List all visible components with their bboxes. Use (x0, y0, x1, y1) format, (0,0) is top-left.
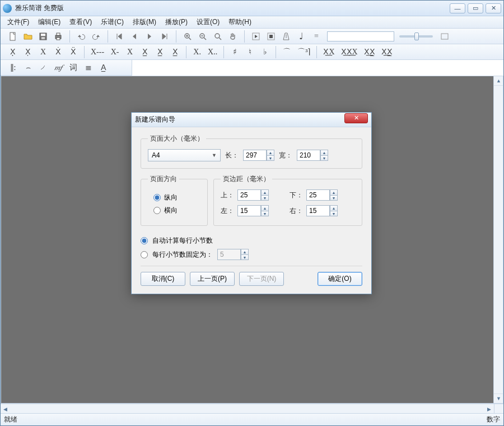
play-button[interactable] (249, 30, 263, 43)
orientation-landscape-radio[interactable]: 横向 (153, 206, 200, 215)
paper-size-select[interactable]: A4 ▼ (148, 149, 221, 161)
spin-down-icon[interactable]: ▼ (330, 195, 338, 201)
scroll-down-icon[interactable]: ▼ (494, 393, 503, 403)
stop-button[interactable] (264, 30, 278, 43)
save-file-button[interactable] (36, 30, 50, 43)
volume-button[interactable] (438, 30, 451, 43)
note-tool-5[interactable]: X--- (88, 46, 106, 58)
close-button[interactable]: ✕ (486, 3, 501, 13)
prev-page-button[interactable]: 上一页(P) (190, 272, 235, 286)
spin-down-icon[interactable]: ▼ (261, 211, 269, 216)
scroll-up-icon[interactable]: ▲ (494, 76, 503, 86)
length-input[interactable] (243, 150, 267, 161)
vertical-scrollbar[interactable]: ▲ ▼ (493, 76, 503, 403)
note-tool-11[interactable]: X. (190, 46, 204, 58)
margin-right-input[interactable] (306, 205, 330, 216)
titlebar[interactable]: 雅乐简谱 免费版 — ▭ ✕ (1, 1, 503, 16)
minimize-button[interactable]: — (450, 3, 465, 13)
spin-down-icon[interactable]: ▼ (330, 211, 338, 216)
menu-edit[interactable]: 编辑(E) (34, 16, 65, 28)
spin-up-icon[interactable]: ▲ (241, 249, 249, 254)
menu-settings[interactable]: 设置(O) (192, 16, 224, 28)
nav-next-button[interactable] (143, 30, 156, 43)
orientation-portrait-radio[interactable]: 纵向 (153, 193, 200, 202)
spin-up-icon[interactable]: ▲ (261, 189, 269, 195)
note-tool-15[interactable]: ♭ (258, 46, 272, 58)
note-tool-7[interactable]: X (123, 46, 137, 58)
undo-button[interactable] (74, 30, 88, 43)
spin-up-icon[interactable]: ▲ (261, 205, 269, 211)
margin-bottom-spinner[interactable]: ▲▼ (306, 189, 355, 201)
menu-view[interactable]: 查看(V) (65, 16, 96, 28)
note-tool-6[interactable]: X- (108, 46, 122, 58)
note-tool-3[interactable]: Ẋ (52, 46, 65, 58)
menu-file[interactable]: 文件(F) (3, 16, 34, 28)
bars-fixed-input[interactable] (141, 251, 148, 258)
note-tool-8[interactable]: X̲ (138, 46, 152, 58)
spin-up-icon[interactable]: ▲ (330, 205, 338, 211)
note-tool-20[interactable]: X͟X̲ (362, 46, 377, 58)
spin-up-icon[interactable]: ▲ (267, 150, 274, 155)
landscape-radio-input[interactable] (153, 207, 161, 214)
margin-left-spinner[interactable]: ▲▼ (237, 205, 286, 216)
margin-bottom-input[interactable] (306, 189, 330, 201)
spin-down-icon[interactable]: ▼ (267, 155, 274, 161)
redo-button[interactable] (90, 30, 103, 43)
note-tool-0[interactable]: X̣̣ (6, 46, 20, 58)
note-tool-14[interactable]: ♮ (243, 46, 256, 58)
bars-fixed-spinner[interactable]: ▲▼ (217, 249, 249, 260)
note-tool-2[interactable]: X (36, 46, 50, 58)
note-tool-10[interactable]: X̲̲̲ (169, 46, 182, 58)
tempo-slider[interactable] (399, 35, 433, 38)
menu-play[interactable]: 播放(P) (161, 16, 192, 28)
spin-up-icon[interactable]: ▲ (320, 150, 328, 155)
length-spinner[interactable]: ▲▼ (243, 150, 274, 161)
bars-fixed-radio[interactable]: 每行小节数固定为： ▲▼ (141, 249, 362, 260)
note-tool-18[interactable]: X͟X (321, 46, 337, 58)
cancel-button[interactable]: 取消(C) (141, 272, 185, 286)
width-input[interactable] (297, 150, 320, 161)
menu-help[interactable]: 帮助(H) (224, 16, 256, 28)
zoom-fit-button[interactable] (211, 30, 225, 43)
extra-tool-1[interactable]: ⌢ (21, 62, 35, 74)
margin-top-input[interactable] (237, 189, 261, 201)
bars-auto-radio[interactable]: 自动计算每行小节数 (141, 236, 362, 246)
note-tool-19[interactable]: X͟X͟X (339, 46, 360, 58)
spin-down-icon[interactable]: ▼ (261, 195, 269, 201)
print-button[interactable] (52, 30, 65, 43)
nav-last-button[interactable] (158, 30, 171, 43)
nav-first-button[interactable] (113, 30, 126, 43)
margin-right-spinner[interactable]: ▲▼ (306, 205, 355, 216)
metronome-button[interactable] (279, 30, 293, 43)
note-tool-12[interactable]: X.. (206, 46, 220, 58)
slider-thumb-icon[interactable] (414, 33, 419, 40)
open-file-button[interactable] (21, 30, 35, 43)
extra-tool-5[interactable]: ≣ (82, 62, 95, 74)
note-tool-21[interactable]: X͟X̲̲ (379, 46, 395, 58)
extra-tool-0[interactable]: ‖: (6, 62, 20, 74)
extra-tool-6[interactable]: A̲ (97, 62, 110, 74)
new-file-button[interactable] (6, 30, 20, 43)
note-tool-13[interactable]: ♯ (228, 46, 241, 58)
note-tool-17[interactable]: ⌒³⌉ (295, 46, 312, 58)
pan-button[interactable] (226, 30, 240, 43)
margin-left-input[interactable] (237, 205, 261, 216)
menu-score[interactable]: 乐谱(C) (96, 16, 128, 28)
dialog-titlebar[interactable]: 新建乐谱向导 ✕ (132, 113, 371, 127)
maximize-button[interactable]: ▭ (468, 3, 483, 13)
dialog-close-button[interactable]: ✕ (344, 113, 368, 123)
portrait-radio-input[interactable] (153, 194, 161, 201)
nav-prev-button[interactable] (128, 30, 141, 43)
tempo-input[interactable] (327, 31, 394, 41)
zoom-out-button[interactable] (196, 30, 209, 43)
extra-tool-4[interactable]: 词 (67, 62, 80, 74)
extra-tool-3[interactable]: 𝑚𝑓 (52, 62, 65, 74)
ok-button[interactable]: 确定(O) (318, 272, 362, 286)
note-tool-16[interactable]: ⌒ (280, 46, 293, 58)
scroll-right-icon[interactable]: ▶ (484, 404, 494, 414)
scroll-left-icon[interactable]: ◀ (1, 404, 10, 414)
spin-down-icon[interactable]: ▼ (320, 155, 328, 161)
margin-top-spinner[interactable]: ▲▼ (237, 189, 286, 201)
note-tool-4[interactable]: Ẍ (67, 46, 80, 58)
note-tool-9[interactable]: X̲̲ (153, 46, 167, 58)
